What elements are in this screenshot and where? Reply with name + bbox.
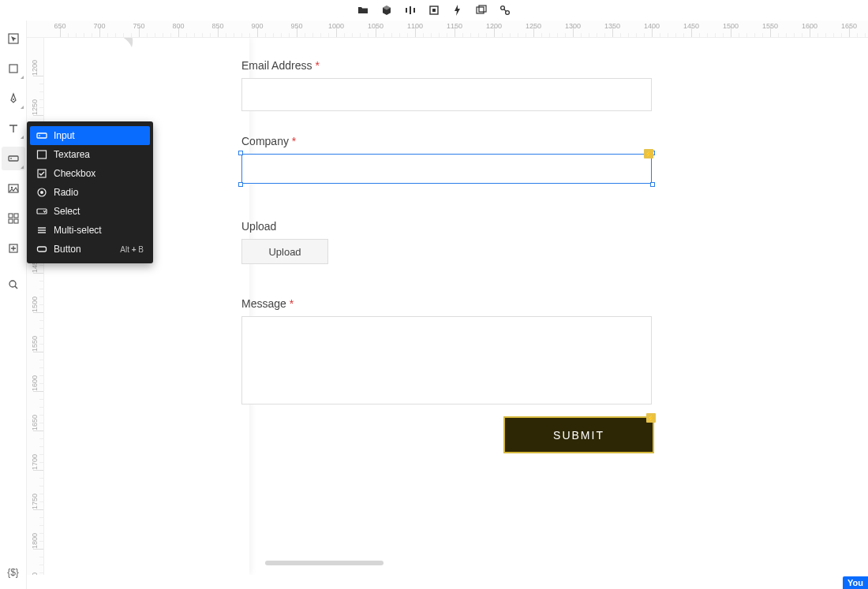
svg-rect-2 <box>413 8 415 13</box>
svg-rect-19 <box>9 219 13 223</box>
svg-point-22 <box>9 281 16 287</box>
link-icon[interactable] <box>499 4 511 17</box>
select-icon <box>36 206 47 217</box>
popup-item-textarea[interactable]: Textarea <box>30 145 150 164</box>
svg-rect-11 <box>9 65 17 73</box>
label-email: Email Address * <box>241 59 320 72</box>
top-icon-bar <box>0 0 868 21</box>
selection-handle[interactable] <box>238 151 243 155</box>
frame-tool[interactable] <box>2 57 25 80</box>
selection-handle[interactable] <box>238 182 243 187</box>
form-element-popup: InputTextareaCheckboxRadioSelectMulti-se… <box>27 121 153 263</box>
svg-rect-27 <box>38 170 46 177</box>
label-upload: Upload <box>241 220 276 233</box>
svg-point-12 <box>13 99 14 100</box>
popup-item-label: Button <box>54 244 81 255</box>
svg-rect-0 <box>406 8 407 13</box>
speech-pointer-icon <box>112 38 152 54</box>
form-element-tool[interactable] <box>2 147 25 170</box>
popup-item-button[interactable]: ButtonAlt + B <box>30 240 150 259</box>
artboard-shadow <box>44 38 249 575</box>
submit-button[interactable]: SUBMIT <box>503 416 654 453</box>
shortcut-label: Alt + B <box>120 245 144 254</box>
horizontal-scrollbar[interactable] <box>44 561 868 565</box>
svg-rect-13 <box>9 156 18 161</box>
text-tool[interactable] <box>2 117 25 140</box>
svg-point-16 <box>10 187 12 188</box>
svg-rect-5 <box>477 7 484 13</box>
popup-item-label: Radio <box>54 187 78 198</box>
popup-item-multi-select[interactable]: Multi-select <box>30 221 150 240</box>
image-tool[interactable] <box>2 177 25 200</box>
cursor-in-box-tool[interactable] <box>2 27 25 50</box>
cube-icon[interactable] <box>380 4 393 17</box>
popup-item-checkbox[interactable]: Checkbox <box>30 164 150 183</box>
ruler-horizontal: 6507007508008509009501000105011001150120… <box>27 21 868 38</box>
popup-item-select[interactable]: Select <box>30 202 150 221</box>
textarea-message[interactable] <box>241 316 652 404</box>
flash-icon[interactable] <box>451 4 464 17</box>
multiselect-icon <box>36 225 47 236</box>
label-company: Company * <box>241 135 296 147</box>
svg-rect-6 <box>479 6 486 12</box>
box-icon[interactable] <box>428 4 440 17</box>
svg-rect-18 <box>14 214 18 218</box>
pen-tool[interactable] <box>2 87 25 110</box>
required-star: * <box>315 59 319 72</box>
upload-button[interactable]: Upload <box>241 239 328 264</box>
popup-item-label: Multi-select <box>54 225 102 236</box>
folder-icon[interactable] <box>357 4 369 17</box>
tool-rail: {$} <box>0 21 27 589</box>
popup-item-input[interactable]: Input <box>30 126 150 145</box>
button-icon <box>36 244 47 255</box>
required-star: * <box>290 297 294 310</box>
input-company[interactable] <box>241 154 652 184</box>
canvas[interactable]: Email Address * Company * ⚡ Upload Uploa… <box>44 38 868 575</box>
popup-item-label: Input <box>54 130 75 141</box>
svg-rect-34 <box>38 247 47 252</box>
radio-icon <box>36 187 47 198</box>
variables-tool[interactable]: {$} <box>2 561 25 584</box>
svg-rect-24 <box>37 133 47 138</box>
insert-tool[interactable] <box>2 237 25 260</box>
input-email[interactable] <box>241 78 652 111</box>
svg-rect-1 <box>410 6 411 14</box>
ruler-vertical: 1200125013001350140014501500155016001650… <box>27 38 44 575</box>
popup-item-label: Checkbox <box>54 168 95 179</box>
svg-rect-4 <box>432 9 436 12</box>
svg-line-23 <box>15 286 17 289</box>
textarea-icon <box>36 149 47 160</box>
interaction-badge-icon[interactable]: ⚡ <box>646 413 656 423</box>
label-message: Message * <box>241 297 294 310</box>
field-message: Message * <box>241 296 652 404</box>
field-upload: Upload Upload <box>241 219 652 264</box>
input-icon <box>36 130 47 141</box>
svg-rect-20 <box>14 219 18 223</box>
required-star: * <box>292 135 296 147</box>
layers-icon[interactable] <box>475 4 488 17</box>
distribute-icon[interactable] <box>404 4 417 17</box>
svg-line-9 <box>504 9 507 12</box>
svg-point-29 <box>40 191 43 194</box>
checkbox-icon <box>36 168 47 179</box>
search-tool[interactable] <box>2 273 25 296</box>
popup-item-label: Select <box>54 206 80 217</box>
svg-rect-17 <box>9 214 13 218</box>
components-tool[interactable] <box>2 207 25 230</box>
popup-item-label: Textarea <box>54 149 90 160</box>
interaction-badge-icon[interactable]: ⚡ <box>644 149 653 158</box>
field-email: Email Address * <box>241 58 652 111</box>
field-company: Company * ⚡ <box>241 134 652 184</box>
submit-button-wrap: SUBMIT ⚡ <box>503 416 654 453</box>
presence-you[interactable]: You <box>843 576 868 589</box>
svg-rect-26 <box>38 151 47 158</box>
selection-handle[interactable] <box>650 182 655 187</box>
scroll-thumb[interactable] <box>265 561 383 565</box>
popup-item-radio[interactable]: Radio <box>30 183 150 202</box>
